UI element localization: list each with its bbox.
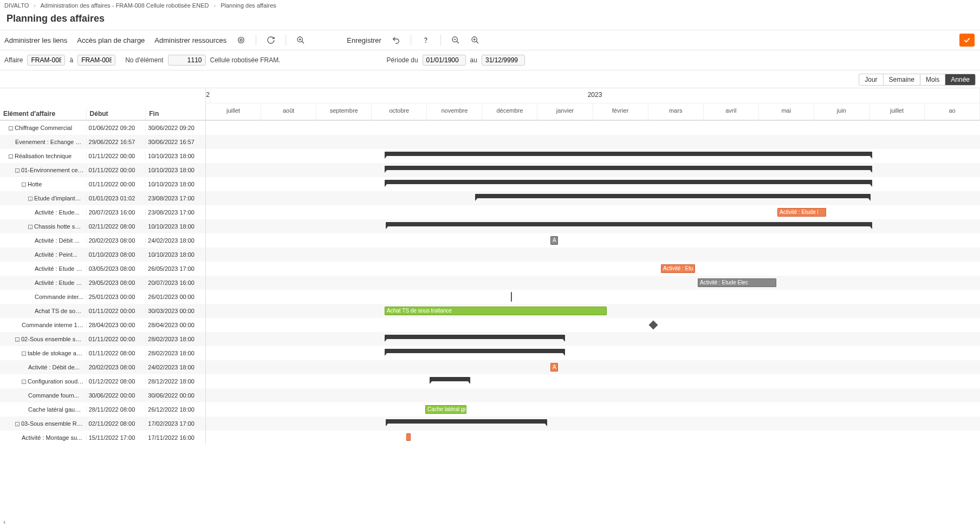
zoom-add-icon[interactable] (296, 35, 306, 45)
noelement-input[interactable] (168, 55, 206, 66)
table-row[interactable]: Activité : Débit de...20/02/2023 08:0024… (0, 360, 205, 374)
breadcrumb-root[interactable]: DIVALTO (4, 2, 29, 9)
chevron-right-icon: › (213, 2, 216, 9)
periode-to-input[interactable] (482, 55, 525, 66)
summary-bar[interactable] (430, 377, 470, 381)
table-row[interactable]: -Configuration soudage01/12/2022 08:0028… (0, 374, 205, 388)
row-name: Achat TS de sous ... (0, 308, 87, 314)
table-row[interactable]: -table de stokage am...01/11/2022 08:002… (0, 346, 205, 360)
table-row[interactable]: Activité : Etude m...03/05/2023 08:0026/… (0, 262, 205, 276)
scroll-left-icon[interactable]: ‹ (3, 518, 5, 526)
table-row[interactable]: Activité : Etude...20/07/2023 16:0023/08… (0, 205, 205, 219)
collapse-icon[interactable]: - (28, 197, 33, 201)
view-day[interactable]: Jour (859, 74, 882, 85)
view-year[interactable]: Année (945, 74, 975, 85)
affaire-to-input[interactable] (77, 55, 115, 66)
summary-bar[interactable] (385, 152, 872, 156)
summary-bar[interactable] (385, 349, 565, 353)
collapse-icon[interactable]: - (15, 168, 20, 173)
table-row[interactable]: Activité : Etude Elec29/05/2023 08:0020/… (0, 276, 205, 290)
row-name: -02-Sous ensemble soud... (0, 336, 87, 342)
admin-resources-button[interactable]: Administrer ressources (154, 36, 226, 44)
table-row[interactable]: Achat TS de sous ...01/11/2022 00:0030/0… (0, 304, 205, 318)
table-row[interactable]: Activité : Peint...01/10/2023 08:0010/10… (0, 248, 205, 262)
col-start[interactable]: Début (87, 108, 146, 120)
task-bar[interactable] (406, 433, 411, 441)
month-cell: juillet (869, 103, 925, 121)
marker-bar[interactable] (511, 292, 512, 302)
row-name: -Configuration soudage (0, 378, 87, 385)
milestone-icon[interactable] (649, 321, 658, 330)
gantt-right-pane[interactable]: 2 2023 juilletaoûtseptembreoctobrenovemb… (206, 88, 980, 445)
summary-bar[interactable] (385, 180, 872, 184)
summary-bar[interactable] (385, 335, 565, 339)
task-bar[interactable]: Achat TS de sous traitance (385, 307, 607, 315)
collapse-icon[interactable]: - (15, 422, 20, 426)
table-row[interactable]: Cache latéral gauche28/11/2022 08:0026/1… (0, 402, 205, 417)
table-row[interactable]: Activité : Débit ...20/02/2023 08:0024/0… (0, 233, 205, 248)
table-row[interactable]: -01-Environnement cellule01/11/2022 00:0… (0, 163, 205, 177)
breadcrumb-mid[interactable]: Administration des affaires - FRAM-008 C… (40, 2, 209, 9)
table-row[interactable]: -Etude d'implantat...01/01/2023 01:0223/… (0, 191, 205, 205)
table-row[interactable]: -Réalisation technique01/11/2022 00:0010… (0, 149, 205, 163)
svg-point-0 (238, 37, 244, 43)
task-bar[interactable]: A (550, 363, 558, 372)
gantt-row (206, 177, 980, 191)
confirm-button[interactable] (959, 34, 975, 47)
undo-icon[interactable] (391, 35, 401, 45)
summary-bar[interactable] (386, 222, 872, 226)
svg-line-8 (457, 41, 459, 43)
save-button[interactable]: Enregistrer (347, 36, 381, 44)
table-row[interactable]: -Chiffrage Commercial01/06/2022 09:2030/… (0, 121, 205, 135)
collapse-icon[interactable]: - (22, 352, 26, 356)
month-cell: février (593, 103, 648, 121)
access-plan-button[interactable]: Accès plan de charge (77, 36, 145, 44)
row-start: 20/07/2023 16:00 (87, 209, 146, 216)
gantt-row (206, 332, 980, 346)
table-row[interactable]: Evenement : Echange av...29/06/2022 16:5… (0, 135, 205, 149)
row-start: 01/11/2022 00:00 (87, 153, 146, 159)
summary-bar[interactable] (475, 194, 871, 198)
table-row[interactable]: Activité : Montage su...15/11/2022 17:00… (0, 431, 205, 445)
table-row[interactable]: -02-Sous ensemble soud...01/11/2022 00:0… (0, 332, 205, 346)
row-start: 01/06/2022 09:20 (87, 125, 146, 131)
collapse-icon[interactable]: - (9, 154, 13, 159)
collapse-icon[interactable]: - (22, 380, 26, 384)
task-bar[interactable]: Cache latéral ga (425, 405, 466, 414)
periode-from-input[interactable] (423, 55, 466, 66)
breadcrumb-leaf[interactable]: Planning des affaires (220, 2, 276, 9)
task-bar[interactable]: Activité : Etude i (777, 208, 826, 217)
help-icon[interactable] (421, 35, 431, 45)
task-bar[interactable]: A (550, 236, 558, 245)
table-row[interactable]: -Hotte01/11/2022 00:0010/10/2023 18:00 (0, 177, 205, 191)
refresh-icon[interactable] (266, 35, 276, 45)
svg-point-6 (426, 42, 426, 43)
zoom-in-icon[interactable] (470, 35, 480, 45)
view-week[interactable]: Semaine (883, 74, 920, 85)
target-icon[interactable] (236, 35, 246, 45)
table-row[interactable]: Commande interne 179528/04/2023 00:0028/… (0, 318, 205, 332)
month-cell: mai (759, 103, 814, 121)
task-bar[interactable]: Activité : Etu (661, 264, 695, 273)
table-row[interactable]: Commande fourn...30/06/2022 00:0030/06/2… (0, 388, 205, 402)
col-name[interactable]: Elément d'affaire (0, 108, 87, 120)
affaire-from-input[interactable] (27, 55, 65, 66)
collapse-icon[interactable]: - (28, 225, 33, 229)
table-row[interactable]: -Chassis hotte sur ...02/11/2022 08:0010… (0, 219, 205, 233)
zoom-out-icon[interactable] (451, 35, 460, 45)
summary-bar[interactable] (386, 419, 547, 424)
collapse-icon[interactable]: - (15, 337, 20, 342)
gantt-row (206, 290, 980, 304)
col-end[interactable]: Fin (146, 108, 205, 120)
row-start: 25/01/2023 00:00 (87, 294, 146, 300)
collapse-icon[interactable]: - (9, 126, 13, 131)
summary-bar[interactable] (385, 166, 872, 170)
admin-links-button[interactable]: Administrer les liens (4, 36, 67, 44)
collapse-icon[interactable]: - (22, 183, 26, 187)
task-bar[interactable]: Activité : Etude Elec (698, 278, 776, 287)
view-month[interactable]: Mois (920, 74, 945, 85)
table-row[interactable]: Commande inter...25/01/2023 00:0026/01/2… (0, 290, 205, 304)
gantt-row (206, 374, 980, 388)
table-row[interactable]: -03-Sous ensemble Robo...02/11/2022 08:0… (0, 417, 205, 431)
gantt-row (206, 248, 980, 262)
